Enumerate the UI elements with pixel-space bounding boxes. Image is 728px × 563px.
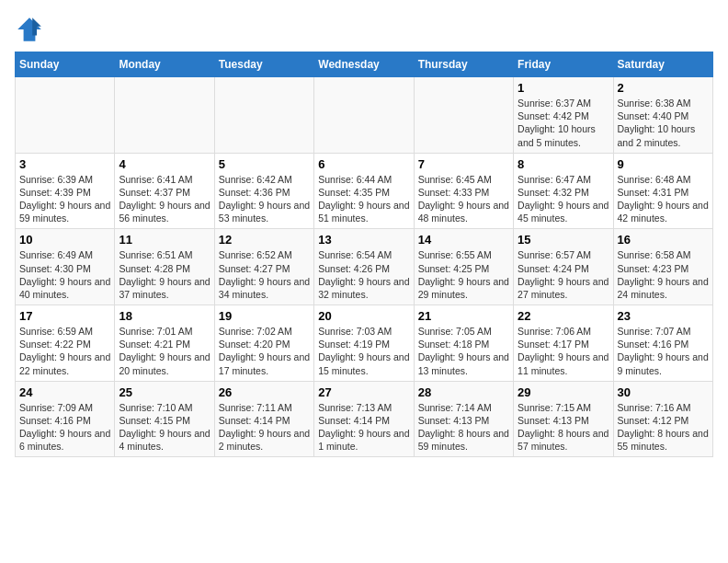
day-info: Sunrise: 6:57 AM Sunset: 4:24 PM Dayligh…: [518, 248, 609, 301]
calendar-cell: 6Sunrise: 6:44 AM Sunset: 4:35 PM Daylig…: [314, 153, 414, 229]
col-header-saturday: Saturday: [613, 52, 712, 77]
calendar-cell: [314, 77, 414, 154]
day-info: Sunrise: 7:07 AM Sunset: 4:16 PM Dayligh…: [618, 325, 709, 377]
day-info: Sunrise: 6:44 AM Sunset: 4:35 PM Dayligh…: [318, 173, 409, 225]
day-info: Sunrise: 7:05 AM Sunset: 4:18 PM Dayligh…: [418, 325, 509, 377]
day-info: Sunrise: 6:48 AM Sunset: 4:31 PM Dayligh…: [618, 173, 709, 225]
col-header-sunday: Sunday: [16, 52, 115, 77]
calendar-cell: 10Sunrise: 6:49 AM Sunset: 4:30 PM Dayli…: [16, 229, 115, 305]
day-number: 25: [119, 385, 210, 399]
day-info: Sunrise: 6:42 AM Sunset: 4:36 PM Dayligh…: [219, 173, 310, 225]
calendar-week-2: 10Sunrise: 6:49 AM Sunset: 4:30 PM Dayli…: [16, 229, 713, 305]
day-info: Sunrise: 6:58 AM Sunset: 4:23 PM Dayligh…: [618, 248, 709, 301]
col-header-monday: Monday: [115, 52, 214, 77]
day-info: Sunrise: 7:13 AM Sunset: 4:14 PM Dayligh…: [318, 401, 409, 454]
calendar-header-row: SundayMondayTuesdayWednesdayThursdayFrid…: [16, 52, 713, 77]
calendar-cell: 12Sunrise: 6:52 AM Sunset: 4:27 PM Dayli…: [214, 229, 313, 305]
calendar-cell: 25Sunrise: 7:10 AM Sunset: 4:15 PM Dayli…: [115, 381, 214, 457]
day-number: 21: [418, 309, 509, 323]
day-number: 24: [19, 385, 110, 399]
day-info: Sunrise: 7:10 AM Sunset: 4:15 PM Dayligh…: [119, 401, 210, 454]
col-header-tuesday: Tuesday: [214, 52, 313, 77]
calendar-cell: 18Sunrise: 7:01 AM Sunset: 4:21 PM Dayli…: [115, 305, 214, 382]
calendar-cell: 5Sunrise: 6:42 AM Sunset: 4:36 PM Daylig…: [214, 153, 313, 229]
day-info: Sunrise: 7:02 AM Sunset: 4:20 PM Dayligh…: [219, 325, 310, 377]
calendar-cell: 23Sunrise: 7:07 AM Sunset: 4:16 PM Dayli…: [613, 305, 712, 382]
logo: [15, 15, 48, 44]
day-number: 26: [219, 385, 310, 399]
day-info: Sunrise: 7:03 AM Sunset: 4:19 PM Dayligh…: [318, 325, 409, 377]
day-info: Sunrise: 6:49 AM Sunset: 4:30 PM Dayligh…: [19, 248, 110, 301]
calendar-cell: 20Sunrise: 7:03 AM Sunset: 4:19 PM Dayli…: [314, 305, 414, 382]
calendar-cell: 4Sunrise: 6:41 AM Sunset: 4:37 PM Daylig…: [115, 153, 214, 229]
day-info: Sunrise: 6:39 AM Sunset: 4:39 PM Dayligh…: [19, 173, 110, 225]
day-number: 7: [418, 157, 509, 171]
page-header: [15, 15, 713, 44]
calendar-cell: 7Sunrise: 6:45 AM Sunset: 4:33 PM Daylig…: [414, 153, 513, 229]
day-number: 4: [119, 157, 210, 171]
calendar-cell: 11Sunrise: 6:51 AM Sunset: 4:28 PM Dayli…: [115, 229, 214, 305]
day-number: 5: [219, 157, 310, 171]
day-number: 29: [518, 385, 609, 399]
day-number: 14: [418, 233, 509, 247]
calendar-table: SundayMondayTuesdayWednesdayThursdayFrid…: [15, 52, 713, 457]
day-number: 18: [119, 309, 210, 323]
day-info: Sunrise: 7:09 AM Sunset: 4:16 PM Dayligh…: [19, 401, 110, 454]
calendar-cell: 24Sunrise: 7:09 AM Sunset: 4:16 PM Dayli…: [16, 381, 115, 457]
day-number: 22: [518, 309, 609, 323]
calendar-cell: 22Sunrise: 7:06 AM Sunset: 4:17 PM Dayli…: [514, 305, 613, 382]
day-number: 30: [618, 385, 709, 399]
day-number: 10: [19, 233, 110, 247]
day-number: 11: [119, 233, 210, 247]
col-header-thursday: Thursday: [414, 52, 513, 77]
day-number: 20: [318, 309, 409, 323]
day-number: 3: [19, 157, 110, 171]
calendar-cell: 13Sunrise: 6:54 AM Sunset: 4:26 PM Dayli…: [314, 229, 414, 305]
calendar-week-0: 1Sunrise: 6:37 AM Sunset: 4:42 PM Daylig…: [16, 77, 713, 154]
day-info: Sunrise: 6:45 AM Sunset: 4:33 PM Dayligh…: [418, 173, 509, 225]
calendar-cell: 26Sunrise: 7:11 AM Sunset: 4:14 PM Dayli…: [214, 381, 313, 457]
svg-marker-1: [32, 17, 41, 35]
calendar-cell: 15Sunrise: 6:57 AM Sunset: 4:24 PM Dayli…: [514, 229, 613, 305]
col-header-friday: Friday: [514, 52, 613, 77]
day-info: Sunrise: 7:15 AM Sunset: 4:13 PM Dayligh…: [518, 401, 609, 454]
day-info: Sunrise: 6:59 AM Sunset: 4:22 PM Dayligh…: [19, 325, 110, 377]
day-info: Sunrise: 6:52 AM Sunset: 4:27 PM Dayligh…: [219, 248, 310, 301]
calendar-week-4: 24Sunrise: 7:09 AM Sunset: 4:16 PM Dayli…: [16, 381, 713, 457]
calendar-cell: 2Sunrise: 6:38 AM Sunset: 4:40 PM Daylig…: [613, 77, 712, 154]
calendar-cell: 9Sunrise: 6:48 AM Sunset: 4:31 PM Daylig…: [613, 153, 712, 229]
day-number: 15: [518, 233, 609, 247]
day-info: Sunrise: 7:14 AM Sunset: 4:13 PM Dayligh…: [418, 401, 509, 454]
calendar-cell: 19Sunrise: 7:02 AM Sunset: 4:20 PM Dayli…: [214, 305, 313, 382]
day-number: 9: [618, 157, 709, 171]
day-info: Sunrise: 7:01 AM Sunset: 4:21 PM Dayligh…: [119, 325, 210, 377]
calendar-week-3: 17Sunrise: 6:59 AM Sunset: 4:22 PM Dayli…: [16, 305, 713, 382]
day-number: 27: [318, 385, 409, 399]
day-number: 16: [618, 233, 709, 247]
calendar-cell: [414, 77, 513, 154]
day-info: Sunrise: 6:47 AM Sunset: 4:32 PM Dayligh…: [518, 173, 609, 225]
day-number: 8: [518, 157, 609, 171]
calendar-cell: 17Sunrise: 6:59 AM Sunset: 4:22 PM Dayli…: [16, 305, 115, 382]
day-info: Sunrise: 6:54 AM Sunset: 4:26 PM Dayligh…: [318, 248, 409, 301]
day-info: Sunrise: 6:37 AM Sunset: 4:42 PM Dayligh…: [518, 97, 609, 149]
day-info: Sunrise: 6:55 AM Sunset: 4:25 PM Dayligh…: [418, 248, 509, 301]
calendar-cell: 1Sunrise: 6:37 AM Sunset: 4:42 PM Daylig…: [514, 77, 613, 154]
calendar-cell: 27Sunrise: 7:13 AM Sunset: 4:14 PM Dayli…: [314, 381, 414, 457]
svg-marker-0: [17, 17, 41, 41]
calendar-cell: [16, 77, 115, 154]
col-header-wednesday: Wednesday: [314, 52, 414, 77]
day-info: Sunrise: 7:06 AM Sunset: 4:17 PM Dayligh…: [518, 325, 609, 377]
day-info: Sunrise: 7:16 AM Sunset: 4:12 PM Dayligh…: [618, 401, 709, 454]
day-info: Sunrise: 6:41 AM Sunset: 4:37 PM Dayligh…: [119, 173, 210, 225]
day-info: Sunrise: 6:51 AM Sunset: 4:28 PM Dayligh…: [119, 248, 210, 301]
day-number: 13: [318, 233, 409, 247]
calendar-cell: 30Sunrise: 7:16 AM Sunset: 4:12 PM Dayli…: [613, 381, 712, 457]
logo-icon: [15, 15, 44, 44]
calendar-cell: 21Sunrise: 7:05 AM Sunset: 4:18 PM Dayli…: [414, 305, 513, 382]
day-number: 28: [418, 385, 509, 399]
day-number: 23: [618, 309, 709, 323]
calendar-cell: 3Sunrise: 6:39 AM Sunset: 4:39 PM Daylig…: [16, 153, 115, 229]
day-number: 19: [219, 309, 310, 323]
calendar-cell: [214, 77, 313, 154]
